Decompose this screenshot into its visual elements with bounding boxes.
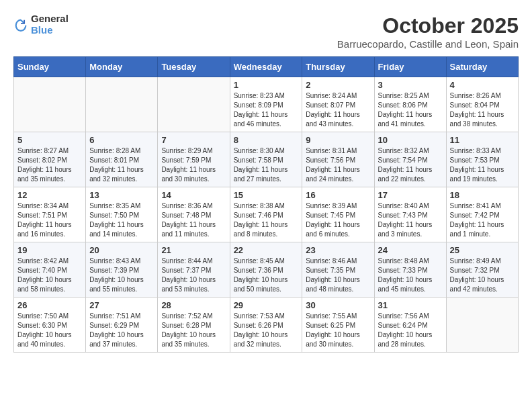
day-number: 18: [450, 190, 515, 200]
calendar-week-1: 1Sunrise: 8:23 AM Sunset: 8:09 PM Daylig…: [14, 77, 519, 132]
day-number: 10: [378, 135, 443, 145]
calendar-cell: 20Sunrise: 8:43 AM Sunset: 7:39 PM Dayli…: [86, 242, 158, 298]
calendar-week-3: 12Sunrise: 8:34 AM Sunset: 7:51 PM Dayli…: [14, 187, 519, 242]
day-number: 2: [306, 80, 370, 90]
day-header-tuesday: Tuesday: [158, 57, 230, 77]
day-header-wednesday: Wednesday: [230, 57, 302, 77]
day-number: 15: [234, 190, 299, 200]
day-header-monday: Monday: [86, 57, 158, 77]
calendar-cell: 7Sunrise: 8:29 AM Sunset: 7:59 PM Daylig…: [158, 132, 230, 187]
calendar-cell: 22Sunrise: 8:45 AM Sunset: 7:36 PM Dayli…: [230, 242, 302, 298]
day-number: 21: [161, 245, 226, 255]
calendar-cell: 3Sunrise: 8:25 AM Sunset: 8:06 PM Daylig…: [374, 77, 446, 132]
calendar-cell: 4Sunrise: 8:26 AM Sunset: 8:04 PM Daylig…: [446, 77, 518, 132]
calendar-cell: 29Sunrise: 7:53 AM Sunset: 6:26 PM Dayli…: [230, 298, 302, 353]
calendar-cell: 25Sunrise: 8:49 AM Sunset: 7:32 PM Dayli…: [446, 242, 518, 298]
calendar-cell: 13Sunrise: 8:35 AM Sunset: 7:50 PM Dayli…: [86, 187, 158, 242]
cell-content: Sunrise: 8:32 AM Sunset: 7:54 PM Dayligh…: [378, 146, 443, 184]
cell-content: Sunrise: 7:52 AM Sunset: 6:28 PM Dayligh…: [161, 312, 226, 349]
logo: General Blue: [13, 13, 69, 36]
day-number: 22: [234, 245, 299, 255]
day-number: 25: [450, 245, 515, 255]
calendar-cell: 24Sunrise: 8:48 AM Sunset: 7:33 PM Dayli…: [374, 242, 446, 298]
day-number: 7: [161, 135, 226, 145]
calendar-cell: 6Sunrise: 8:28 AM Sunset: 8:01 PM Daylig…: [86, 132, 158, 187]
location-subtitle: Barruecopardo, Castille and Leon, Spain: [337, 38, 519, 50]
calendar-week-4: 19Sunrise: 8:42 AM Sunset: 7:40 PM Dayli…: [14, 242, 519, 298]
calendar-cell: [86, 77, 158, 132]
day-number: 24: [378, 245, 443, 255]
cell-content: Sunrise: 8:43 AM Sunset: 7:39 PM Dayligh…: [89, 257, 154, 294]
calendar-cell: 1Sunrise: 8:23 AM Sunset: 8:09 PM Daylig…: [230, 77, 302, 132]
cell-content: Sunrise: 8:27 AM Sunset: 8:02 PM Dayligh…: [17, 146, 82, 184]
calendar-cell: 18Sunrise: 8:41 AM Sunset: 7:42 PM Dayli…: [446, 187, 518, 242]
calendar-cell: 19Sunrise: 8:42 AM Sunset: 7:40 PM Dayli…: [14, 242, 86, 298]
day-number: 11: [450, 135, 515, 145]
day-header-friday: Friday: [374, 57, 446, 77]
calendar-cell: 10Sunrise: 8:32 AM Sunset: 7:54 PM Dayli…: [374, 132, 446, 187]
day-number: 12: [17, 190, 82, 200]
cell-content: Sunrise: 7:53 AM Sunset: 6:26 PM Dayligh…: [234, 312, 299, 349]
day-number: 19: [17, 245, 82, 255]
calendar-cell: 26Sunrise: 7:50 AM Sunset: 6:30 PM Dayli…: [14, 298, 86, 353]
cell-content: Sunrise: 8:28 AM Sunset: 8:01 PM Dayligh…: [89, 146, 154, 184]
calendar-header-row: SundayMondayTuesdayWednesdayThursdayFrid…: [14, 57, 519, 77]
day-number: 4: [450, 80, 515, 90]
day-number: 8: [234, 135, 299, 145]
logo-line1: General: [31, 13, 69, 25]
calendar-cell: 5Sunrise: 8:27 AM Sunset: 8:02 PM Daylig…: [14, 132, 86, 187]
cell-content: Sunrise: 8:26 AM Sunset: 8:04 PM Dayligh…: [450, 91, 515, 129]
calendar-cell: 27Sunrise: 7:51 AM Sunset: 6:29 PM Dayli…: [86, 298, 158, 353]
cell-content: Sunrise: 7:55 AM Sunset: 6:25 PM Dayligh…: [306, 312, 370, 349]
calendar-cell: 2Sunrise: 8:24 AM Sunset: 8:07 PM Daylig…: [302, 77, 374, 132]
cell-content: Sunrise: 8:25 AM Sunset: 8:06 PM Dayligh…: [378, 91, 443, 129]
cell-content: Sunrise: 8:34 AM Sunset: 7:51 PM Dayligh…: [17, 201, 82, 239]
logo-text: General Blue: [31, 13, 69, 36]
cell-content: Sunrise: 8:46 AM Sunset: 7:35 PM Dayligh…: [306, 257, 370, 294]
calendar-cell: 31Sunrise: 7:56 AM Sunset: 6:24 PM Dayli…: [374, 298, 446, 353]
calendar-cell: 9Sunrise: 8:31 AM Sunset: 7:56 PM Daylig…: [302, 132, 374, 187]
day-header-thursday: Thursday: [302, 57, 374, 77]
cell-content: Sunrise: 8:30 AM Sunset: 7:58 PM Dayligh…: [234, 146, 299, 184]
day-number: 6: [89, 135, 154, 145]
cell-content: Sunrise: 8:36 AM Sunset: 7:48 PM Dayligh…: [161, 201, 226, 239]
day-number: 20: [89, 245, 154, 255]
calendar-cell: 11Sunrise: 8:33 AM Sunset: 7:53 PM Dayli…: [446, 132, 518, 187]
calendar-cell: 17Sunrise: 8:40 AM Sunset: 7:43 PM Dayli…: [374, 187, 446, 242]
day-number: 16: [306, 190, 370, 200]
calendar-cell: 16Sunrise: 8:39 AM Sunset: 7:45 PM Dayli…: [302, 187, 374, 242]
day-number: 5: [17, 135, 82, 145]
cell-content: Sunrise: 8:39 AM Sunset: 7:45 PM Dayligh…: [306, 201, 370, 239]
calendar-cell: [158, 77, 230, 132]
calendar-cell: 21Sunrise: 8:44 AM Sunset: 7:37 PM Dayli…: [158, 242, 230, 298]
day-number: 1: [234, 80, 299, 90]
calendar-week-2: 5Sunrise: 8:27 AM Sunset: 8:02 PM Daylig…: [14, 132, 519, 187]
cell-content: Sunrise: 8:33 AM Sunset: 7:53 PM Dayligh…: [450, 146, 515, 184]
day-number: 9: [306, 135, 370, 145]
day-number: 3: [378, 80, 443, 90]
cell-content: Sunrise: 8:42 AM Sunset: 7:40 PM Dayligh…: [17, 257, 82, 294]
day-number: 27: [89, 300, 154, 310]
day-number: 30: [306, 300, 370, 310]
cell-content: Sunrise: 8:41 AM Sunset: 7:42 PM Dayligh…: [450, 201, 515, 239]
day-number: 31: [378, 300, 443, 310]
cell-content: Sunrise: 8:38 AM Sunset: 7:46 PM Dayligh…: [234, 201, 299, 239]
calendar-cell: 8Sunrise: 8:30 AM Sunset: 7:58 PM Daylig…: [230, 132, 302, 187]
day-number: 13: [89, 190, 154, 200]
cell-content: Sunrise: 7:50 AM Sunset: 6:30 PM Dayligh…: [17, 312, 82, 349]
calendar-cell: [446, 298, 518, 353]
calendar-cell: 12Sunrise: 8:34 AM Sunset: 7:51 PM Dayli…: [14, 187, 86, 242]
cell-content: Sunrise: 8:40 AM Sunset: 7:43 PM Dayligh…: [378, 201, 443, 239]
day-header-sunday: Sunday: [14, 57, 86, 77]
cell-content: Sunrise: 7:51 AM Sunset: 6:29 PM Dayligh…: [89, 312, 154, 349]
page-header: General Blue October 2025 Barruecopardo,…: [13, 13, 519, 50]
cell-content: Sunrise: 8:29 AM Sunset: 7:59 PM Dayligh…: [161, 146, 226, 184]
calendar-week-5: 26Sunrise: 7:50 AM Sunset: 6:30 PM Dayli…: [14, 298, 519, 353]
calendar-cell: [14, 77, 86, 132]
calendar-cell: 28Sunrise: 7:52 AM Sunset: 6:28 PM Dayli…: [158, 298, 230, 353]
title-area: October 2025 Barruecopardo, Castille and…: [337, 13, 519, 50]
cell-content: Sunrise: 8:44 AM Sunset: 7:37 PM Dayligh…: [161, 257, 226, 294]
day-number: 26: [17, 300, 82, 310]
day-number: 17: [378, 190, 443, 200]
cell-content: Sunrise: 8:45 AM Sunset: 7:36 PM Dayligh…: [234, 257, 299, 294]
